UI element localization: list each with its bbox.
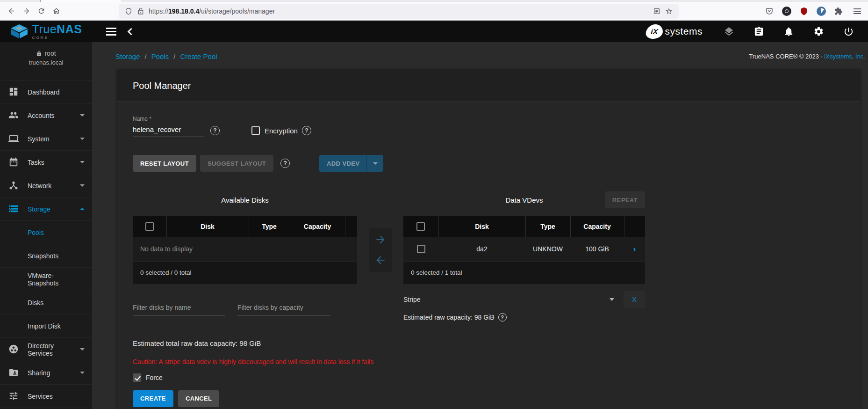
url-path: /ui/storage/pools/manager	[199, 7, 275, 15]
add-vdev-caret-icon[interactable]	[366, 155, 378, 172]
vdev-layout-select[interactable]: Stripe	[403, 296, 614, 303]
sidebar-item-accounts[interactable]: Accounts	[0, 104, 92, 127]
tasks-clipboard-icon[interactable]	[749, 22, 768, 41]
filter-disks-name-input[interactable]	[133, 304, 225, 315]
blue-cursor-extension-icon[interactable]	[817, 7, 826, 16]
data-vdevs-section: Data VDevs REPEAT Disk Type Capacity	[403, 191, 645, 321]
url-text[interactable]: https://198.18.0.4/ui/storage/pools/mana…	[149, 7, 651, 15]
pool-name-input[interactable]	[133, 125, 204, 137]
brand-true: True	[32, 22, 57, 36]
bookmark-star-icon[interactable]	[663, 5, 675, 17]
cell-disk: da2	[438, 237, 525, 261]
truecommand-layers-icon[interactable]	[719, 22, 738, 41]
back-icon[interactable]	[4, 4, 19, 18]
pool-name-field-group: Name *	[133, 116, 204, 137]
chevron-down-icon	[80, 114, 85, 117]
url-host: 198.18.0.4	[168, 7, 199, 15]
reset-layout-button[interactable]: RESET LAYOUT	[133, 155, 196, 172]
vdev-select-all-checkbox[interactable]	[416, 222, 425, 231]
estimated-total-capacity: Estimated total raw data capacity: 98 Gi…	[133, 339, 845, 347]
settings-gear-icon[interactable]	[809, 22, 828, 41]
puzzle-extensions-icon[interactable]	[832, 5, 845, 17]
available-disks-table: Disk Type Capacity No data to display	[133, 216, 357, 262]
sidebar-item-snapshots[interactable]: Snapshots	[0, 244, 92, 268]
sidebar-item-system[interactable]: System	[0, 127, 92, 151]
breadcrumb-create-pool[interactable]: Create Pool	[180, 52, 217, 60]
estimated-raw-capacity: Estimated raw capacity: 98 GiB	[403, 314, 495, 321]
user-block: root truenas.local	[0, 42, 92, 80]
layout-help-icon[interactable]: ?	[280, 159, 290, 168]
truenas-logo-icon	[10, 24, 28, 39]
add-vdev-button[interactable]: ADD VDEV	[319, 155, 383, 172]
sidebar-item-tasks[interactable]: Tasks	[0, 151, 92, 174]
sidebar-item-pools[interactable]: Pools	[0, 221, 92, 244]
lock-warning-icon[interactable]	[135, 5, 147, 17]
col-header-capacity: Capacity	[290, 216, 345, 237]
dark-extension-icon[interactable]	[782, 7, 791, 16]
encryption-help-icon[interactable]: ?	[302, 126, 311, 135]
url-bar[interactable]: https://198.18.0.4/ui/storage/pools/mana…	[119, 4, 679, 19]
pocket-extension-icon[interactable]	[763, 5, 775, 17]
sidebar-item-network[interactable]: Network	[0, 174, 92, 197]
ixsystems-link[interactable]: iXsystems, Inc.	[825, 53, 865, 60]
sidebar-item-import-disk[interactable]: Import Disk	[0, 314, 92, 338]
sidebar-item-storage[interactable]: Storage	[0, 197, 92, 221]
sidebar-item-services[interactable]: Services	[0, 385, 92, 408]
suggest-layout-button[interactable]: SUGGEST LAYOUT	[200, 155, 273, 172]
col-header-disk: Disk	[438, 216, 525, 237]
sidebar-item-directory-services[interactable]: Directory Services	[0, 338, 92, 361]
row-checkbox[interactable]	[417, 245, 425, 253]
collapse-chevron-icon[interactable]	[128, 28, 135, 35]
available-disks-title: Available Disks	[221, 196, 268, 204]
sidebar-item-vmware-snapshots[interactable]: VMware-Snapshots	[0, 268, 92, 291]
main-content: Storage/Pools/Create Pool TrueNAS CORE® …	[92, 42, 868, 409]
ublock-shield-icon[interactable]	[798, 5, 810, 17]
url-scheme: https://	[149, 7, 168, 15]
create-button[interactable]: CREATE	[133, 390, 173, 407]
sidebar-item-sharing[interactable]: Sharing	[0, 361, 92, 385]
raw-capacity-help-icon[interactable]: ?	[498, 313, 507, 321]
browser-menu-icon[interactable]	[851, 5, 863, 17]
row-expand-chevron-icon[interactable]: ›	[633, 244, 636, 254]
storage-icon	[8, 204, 20, 215]
remove-vdev-button[interactable]: X	[624, 291, 645, 308]
select-caret-icon	[610, 298, 614, 301]
name-help-icon[interactable]: ?	[210, 126, 220, 135]
notifications-bell-icon[interactable]	[779, 22, 798, 41]
data-vdevs-footer: 0 selected / 1 total	[403, 262, 645, 284]
force-label: Force	[146, 374, 163, 381]
sharing-folder-icon	[8, 367, 20, 379]
breadcrumb-pools[interactable]: Pools	[151, 52, 169, 60]
sidebar-item-dashboard[interactable]: Dashboard	[0, 80, 92, 104]
name-field-label: Name *	[133, 116, 204, 122]
cancel-button[interactable]: CANCEL	[178, 390, 220, 407]
chevron-down-icon	[80, 161, 85, 163]
move-right-arrow-icon[interactable]	[372, 232, 389, 248]
system-laptop-icon	[8, 133, 20, 145]
shield-icon[interactable]	[122, 5, 135, 17]
repeat-button[interactable]: REPEAT	[605, 191, 645, 208]
table-row-da2[interactable]: da2 UNKNOW 100 GiB ›	[403, 237, 645, 261]
breadcrumb-storage[interactable]: Storage	[115, 52, 140, 60]
reader-mode-icon[interactable]	[651, 5, 663, 17]
filter-disks-capacity-input[interactable]	[237, 304, 330, 315]
forward-icon[interactable]	[19, 4, 34, 18]
home-icon[interactable]	[49, 4, 64, 18]
power-icon[interactable]	[839, 22, 858, 41]
force-checkbox[interactable]	[133, 373, 141, 382]
move-left-arrow-icon[interactable]	[372, 252, 389, 268]
encryption-checkbox[interactable]	[251, 126, 260, 135]
truenas-logo[interactable]: TrueNAS CORE	[0, 23, 92, 40]
encryption-label: Encryption	[265, 127, 298, 135]
data-vdevs-title: Data VDevs	[505, 196, 543, 204]
host-name: truenas.local	[0, 59, 92, 66]
reload-icon[interactable]	[34, 4, 49, 18]
col-header-disk: Disk	[166, 216, 249, 237]
ixsystems-logo: iX systems	[646, 24, 703, 39]
data-vdevs-table: Disk Type Capacity da2 UNKNOW 100 GiB ›	[403, 216, 645, 262]
user-name: root	[44, 50, 56, 57]
chevron-down-icon	[80, 184, 85, 187]
select-all-checkbox[interactable]	[145, 222, 154, 231]
sidenav-toggle-icon[interactable]	[106, 28, 116, 36]
sidebar-item-disks[interactable]: Disks	[0, 291, 92, 314]
